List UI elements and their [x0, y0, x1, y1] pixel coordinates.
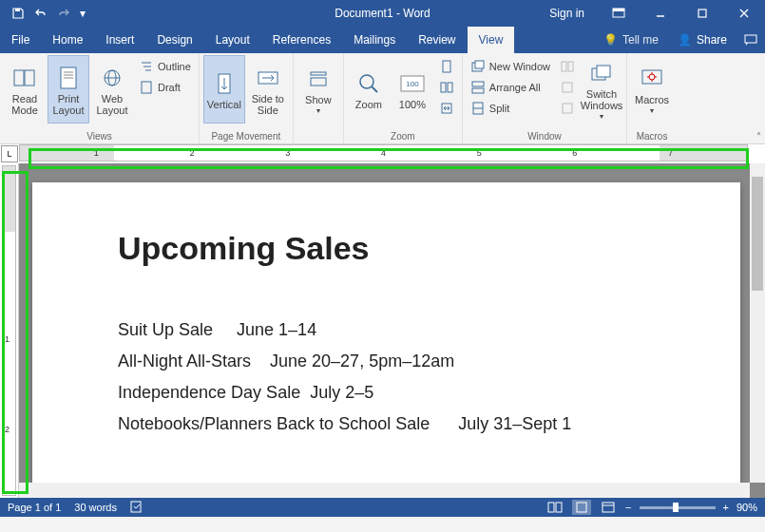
ribbon-group-window: New Window Arrange All Split Switch Wind… [463, 53, 627, 143]
vertical-scrollbar[interactable] [750, 163, 765, 483]
view-side-by-side-button[interactable] [556, 57, 579, 76]
web-layout-icon [99, 65, 125, 91]
svg-point-23 [360, 75, 373, 88]
multiple-pages-button[interactable] [435, 78, 458, 97]
ribbon-tabs: File Home Insert Design Layout Reference… [0, 27, 765, 53]
zoom-slider[interactable] [640, 506, 716, 509]
ribbon-group-views: Read Mode Print Layout Web Layout Outlin… [0, 53, 200, 143]
save-button[interactable] [8, 3, 29, 24]
sign-in-link[interactable]: Sign in [536, 7, 598, 20]
word-count[interactable]: 30 words [74, 502, 117, 513]
tab-selector[interactable]: L [1, 145, 18, 162]
show-button[interactable]: Show▾ [297, 55, 339, 124]
one-page-button[interactable] [435, 57, 458, 76]
reset-window-icon [560, 101, 575, 116]
tab-design[interactable]: Design [145, 27, 203, 53]
svg-rect-6 [14, 70, 24, 86]
tab-review[interactable]: Review [407, 27, 467, 53]
zoom-slider-thumb[interactable] [673, 503, 679, 512]
status-bar: Page 1 of 1 30 words − + 90% [0, 498, 765, 517]
qat-customize-icon[interactable]: ▾ [76, 3, 89, 24]
vertical-ruler[interactable]: 1 2 [0, 163, 19, 498]
ruler-bar: L 1 2 3 4 5 6 7 [0, 144, 765, 163]
sync-scroll-button[interactable] [556, 78, 579, 97]
document-page[interactable]: Upcoming Sales Suit Up Sale June 1–14 Al… [32, 182, 740, 498]
show-icon [305, 66, 332, 92]
web-layout-view-icon[interactable] [599, 500, 618, 515]
multiple-pages-icon [439, 80, 454, 95]
print-layout-button[interactable]: Print Layout [48, 55, 89, 124]
svg-rect-40 [563, 104, 572, 113]
redo-button[interactable] [53, 3, 74, 24]
horizontal-ruler[interactable]: 1 2 3 4 5 6 7 [19, 144, 748, 162]
split-button[interactable]: Split [467, 99, 554, 118]
draft-button[interactable]: Draft [135, 78, 195, 97]
share-button[interactable]: 👤Share [668, 27, 736, 53]
proofing-icon[interactable] [130, 500, 143, 515]
new-window-button[interactable]: New Window [467, 57, 554, 76]
svg-rect-18 [142, 82, 151, 93]
ribbon: Read Mode Print Layout Web Layout Outlin… [0, 53, 765, 144]
side-to-side-button[interactable]: Side to Side [247, 55, 289, 124]
chevron-down-icon: ▾ [316, 107, 320, 116]
svg-line-24 [372, 86, 377, 92]
tab-view[interactable]: View [468, 27, 515, 53]
arrange-all-button[interactable]: Arrange All [467, 78, 554, 97]
web-layout-button[interactable]: Web Layout [91, 55, 133, 124]
svg-rect-46 [548, 503, 554, 512]
title-bar: ▾ Document1 - Word Sign in [0, 0, 765, 27]
chevron-down-icon: ▾ [650, 107, 654, 116]
zoom-level[interactable]: 90% [736, 502, 757, 513]
ribbon-display-options-icon[interactable] [598, 0, 640, 27]
svg-rect-29 [448, 83, 452, 92]
tab-layout[interactable]: Layout [204, 27, 261, 53]
document-area: 1 2 Upcoming Sales Suit Up Sale June 1–1… [0, 163, 765, 498]
svg-rect-21 [311, 72, 326, 75]
scrollbar-thumb[interactable] [752, 177, 763, 291]
macros-button[interactable]: Macros▾ [631, 55, 673, 124]
read-mode-button[interactable]: Read Mode [4, 55, 46, 124]
tell-me-search[interactable]: 💡Tell me [594, 27, 668, 53]
macros-icon [639, 66, 665, 92]
print-layout-view-icon[interactable] [572, 500, 591, 515]
close-button[interactable] [723, 0, 765, 27]
comments-icon[interactable] [736, 27, 765, 53]
new-window-icon [470, 59, 486, 74]
horizontal-scrollbar[interactable] [19, 483, 750, 498]
share-icon: 👤 [678, 33, 692, 47]
switch-windows-button[interactable]: Switch Windows▾ [581, 55, 622, 124]
svg-rect-22 [311, 78, 326, 86]
page-width-button[interactable] [435, 99, 458, 118]
tab-home[interactable]: Home [41, 27, 94, 53]
page-status[interactable]: Page 1 of 1 [8, 502, 61, 513]
svg-point-44 [649, 74, 655, 80]
vertical-button[interactable]: Vertical [203, 55, 245, 124]
ribbon-group-zoom: Zoom 100100% Zoom [344, 53, 463, 143]
zoom-100-button[interactable]: 100100% [392, 55, 433, 124]
zoom-out-button[interactable]: − [625, 502, 631, 513]
tab-insert[interactable]: Insert [94, 27, 145, 53]
collapse-ribbon-icon[interactable]: ˄ [756, 131, 761, 142]
reset-window-button[interactable] [556, 99, 579, 118]
svg-rect-0 [15, 9, 20, 11]
maximize-button[interactable] [681, 0, 723, 27]
side-by-side-icon [560, 59, 575, 74]
read-mode-view-icon[interactable] [545, 500, 564, 515]
document-heading: Upcoming Sales [118, 230, 655, 267]
minimize-button[interactable] [640, 0, 681, 27]
vertical-icon [211, 70, 238, 97]
read-mode-icon [11, 65, 38, 91]
draft-icon [139, 80, 154, 95]
ribbon-group-macros: Macros▾ Macros [627, 53, 677, 143]
tab-references[interactable]: References [261, 27, 342, 53]
svg-rect-4 [698, 10, 706, 17]
outline-button[interactable]: Outline [135, 57, 195, 76]
zoom-icon [355, 70, 382, 97]
tab-mailings[interactable]: Mailings [342, 27, 407, 53]
tab-file[interactable]: File [0, 27, 41, 53]
zoom-button[interactable]: Zoom [348, 55, 390, 124]
svg-rect-37 [562, 62, 566, 71]
zoom-in-button[interactable]: + [723, 502, 729, 513]
undo-button[interactable] [30, 3, 51, 24]
arrange-all-icon [470, 80, 486, 95]
